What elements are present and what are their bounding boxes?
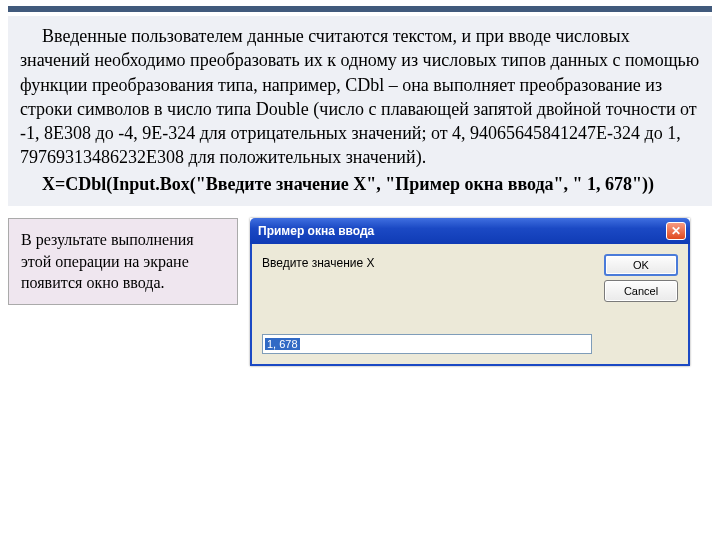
input-value: 1, 678: [265, 338, 300, 350]
close-icon[interactable]: ✕: [666, 222, 686, 240]
dialog-prompt: Введите значение X: [262, 254, 596, 270]
ok-button[interactable]: OK: [604, 254, 678, 276]
dialog-title: Пример окна ввода: [258, 224, 666, 238]
dialog-buttons: OK Cancel: [604, 254, 678, 302]
result-note: В результате выполнения этой операции на…: [8, 218, 238, 305]
top-accent-line: [8, 6, 712, 12]
input-field[interactable]: 1, 678: [262, 334, 592, 354]
explanation-panel: Введенные пользователем данные считаются…: [8, 16, 712, 206]
paragraph-text: Введенные пользователем данные считаются…: [20, 24, 700, 170]
cancel-button[interactable]: Cancel: [604, 280, 678, 302]
dialog-content-row: Введите значение X OK Cancel: [262, 254, 678, 302]
bottom-row: В результате выполнения этой операции на…: [8, 218, 712, 366]
inputbox-dialog: Пример окна ввода ✕ Введите значение X O…: [250, 218, 690, 366]
dialog-body: Введите значение X OK Cancel 1, 678: [250, 244, 690, 366]
dialog-titlebar[interactable]: Пример окна ввода ✕: [250, 218, 690, 244]
code-example: X=CDbl(Input.Box("Введите значение X", "…: [20, 172, 700, 196]
